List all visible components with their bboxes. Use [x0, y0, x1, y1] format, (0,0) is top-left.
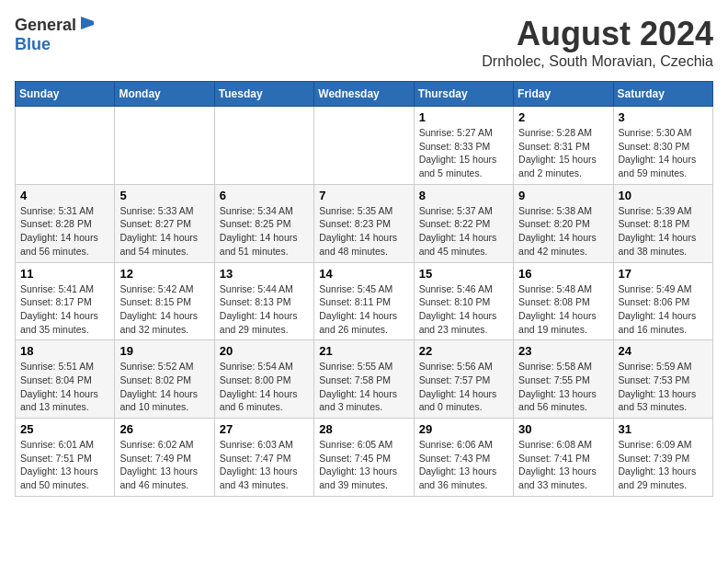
- weekday-header-monday: Monday: [115, 82, 214, 107]
- calendar-cell: 3Sunrise: 5:30 AM Sunset: 8:30 PM Daylig…: [613, 107, 712, 185]
- day-info: Sunrise: 5:54 AM Sunset: 8:00 PM Dayligh…: [220, 360, 309, 414]
- weekday-header-friday: Friday: [514, 82, 613, 107]
- day-number: 24: [619, 344, 708, 358]
- page-header: General Blue August 2024 Drnholec, South…: [15, 15, 713, 70]
- day-info: Sunrise: 5:52 AM Sunset: 8:02 PM Dayligh…: [119, 360, 209, 414]
- calendar-cell: 18Sunrise: 5:51 AM Sunset: 8:04 PM Dayli…: [16, 340, 115, 419]
- day-info: Sunrise: 5:45 AM Sunset: 8:11 PM Dayligh…: [319, 282, 408, 337]
- day-info: Sunrise: 5:56 AM Sunset: 7:57 PM Dayligh…: [419, 360, 508, 414]
- day-number: 20: [220, 344, 309, 358]
- weekday-header-saturday: Saturday: [613, 82, 712, 107]
- day-info: Sunrise: 5:28 AM Sunset: 8:31 PM Dayligh…: [518, 126, 608, 180]
- weekday-header-wednesday: Wednesday: [314, 82, 414, 107]
- day-number: 16: [518, 267, 608, 281]
- day-number: 8: [419, 189, 508, 202]
- calendar-cell: 2Sunrise: 5:28 AM Sunset: 8:31 PM Daylig…: [514, 107, 613, 185]
- day-info: Sunrise: 5:51 AM Sunset: 8:04 PM Dayligh…: [20, 360, 109, 414]
- calendar-cell: 17Sunrise: 5:49 AM Sunset: 8:06 PM Dayli…: [613, 262, 712, 340]
- day-number: 29: [419, 422, 508, 436]
- day-number: 14: [319, 267, 408, 281]
- title-block: August 2024 Drnholec, South Moravian, Cz…: [482, 15, 713, 70]
- day-number: 11: [20, 267, 109, 281]
- calendar-cell: 4Sunrise: 5:31 AM Sunset: 8:28 PM Daylig…: [16, 184, 115, 262]
- day-info: Sunrise: 5:59 AM Sunset: 7:53 PM Dayligh…: [619, 360, 708, 414]
- calendar-cell: 23Sunrise: 5:58 AM Sunset: 7:55 PM Dayli…: [514, 340, 613, 419]
- weekday-header-tuesday: Tuesday: [214, 82, 313, 107]
- calendar-cell: 10Sunrise: 5:39 AM Sunset: 8:18 PM Dayli…: [613, 184, 712, 262]
- day-info: Sunrise: 5:31 AM Sunset: 8:28 PM Dayligh…: [20, 204, 109, 259]
- day-number: 18: [20, 344, 109, 358]
- calendar-cell: 24Sunrise: 5:59 AM Sunset: 7:53 PM Dayli…: [613, 340, 712, 419]
- day-info: Sunrise: 5:33 AM Sunset: 8:27 PM Dayligh…: [119, 204, 209, 259]
- calendar-cell: 26Sunrise: 6:02 AM Sunset: 7:49 PM Dayli…: [115, 419, 214, 497]
- calendar-cell: 28Sunrise: 6:05 AM Sunset: 7:45 PM Dayli…: [314, 419, 414, 497]
- day-info: Sunrise: 6:01 AM Sunset: 7:51 PM Dayligh…: [20, 438, 109, 492]
- calendar-cell: 29Sunrise: 6:06 AM Sunset: 7:43 PM Dayli…: [414, 419, 513, 497]
- day-number: 4: [20, 189, 109, 202]
- day-number: 13: [220, 267, 309, 281]
- calendar-cell: [314, 107, 414, 185]
- day-number: 26: [119, 422, 209, 436]
- day-info: Sunrise: 6:05 AM Sunset: 7:45 PM Dayligh…: [319, 438, 408, 492]
- calendar-cell: 11Sunrise: 5:41 AM Sunset: 8:17 PM Dayli…: [16, 262, 115, 340]
- day-number: 19: [119, 344, 209, 358]
- calendar-cell: 9Sunrise: 5:38 AM Sunset: 8:20 PM Daylig…: [514, 184, 613, 262]
- day-number: 6: [220, 189, 309, 202]
- day-number: 30: [518, 422, 608, 436]
- calendar-cell: 15Sunrise: 5:46 AM Sunset: 8:10 PM Dayli…: [414, 262, 513, 340]
- calendar-cell: [115, 107, 214, 185]
- day-info: Sunrise: 5:35 AM Sunset: 8:23 PM Dayligh…: [319, 204, 408, 259]
- day-number: 2: [518, 110, 608, 124]
- weekday-header-thursday: Thursday: [414, 82, 513, 107]
- day-info: Sunrise: 6:02 AM Sunset: 7:49 PM Dayligh…: [119, 438, 209, 492]
- calendar-cell: 25Sunrise: 6:01 AM Sunset: 7:51 PM Dayli…: [16, 419, 115, 497]
- calendar-week-5: 25Sunrise: 6:01 AM Sunset: 7:51 PM Dayli…: [16, 419, 713, 497]
- calendar-cell: 13Sunrise: 5:44 AM Sunset: 8:13 PM Dayli…: [214, 262, 313, 340]
- calendar-cell: 21Sunrise: 5:55 AM Sunset: 7:58 PM Dayli…: [314, 340, 414, 419]
- page-subtitle: Drnholec, South Moravian, Czechia: [482, 53, 713, 70]
- day-info: Sunrise: 5:55 AM Sunset: 7:58 PM Dayligh…: [319, 360, 408, 414]
- weekday-header-row: SundayMondayTuesdayWednesdayThursdayFrid…: [16, 82, 713, 107]
- day-info: Sunrise: 5:41 AM Sunset: 8:17 PM Dayligh…: [20, 282, 109, 337]
- day-info: Sunrise: 5:38 AM Sunset: 8:20 PM Dayligh…: [518, 204, 608, 259]
- day-info: Sunrise: 5:49 AM Sunset: 8:06 PM Dayligh…: [619, 282, 708, 337]
- svg-marker-0: [81, 17, 94, 29]
- calendar-cell: 12Sunrise: 5:42 AM Sunset: 8:15 PM Dayli…: [115, 262, 214, 340]
- day-number: 9: [518, 189, 608, 202]
- day-number: 10: [619, 189, 708, 202]
- logo-general: General: [15, 16, 76, 35]
- day-number: 31: [619, 422, 708, 436]
- logo-icon: [79, 15, 96, 31]
- calendar-cell: 16Sunrise: 5:48 AM Sunset: 8:08 PM Dayli…: [514, 262, 613, 340]
- day-number: 21: [319, 344, 408, 358]
- calendar-week-4: 18Sunrise: 5:51 AM Sunset: 8:04 PM Dayli…: [16, 340, 713, 419]
- day-number: 25: [20, 422, 109, 436]
- calendar-cell: 6Sunrise: 5:34 AM Sunset: 8:25 PM Daylig…: [214, 184, 313, 262]
- logo: General Blue: [15, 15, 96, 54]
- calendar-cell: [16, 107, 115, 185]
- day-info: Sunrise: 5:46 AM Sunset: 8:10 PM Dayligh…: [419, 282, 508, 337]
- day-info: Sunrise: 6:03 AM Sunset: 7:47 PM Dayligh…: [220, 438, 309, 492]
- calendar-cell: 22Sunrise: 5:56 AM Sunset: 7:57 PM Dayli…: [414, 340, 513, 419]
- calendar-table: SundayMondayTuesdayWednesdayThursdayFrid…: [15, 81, 713, 497]
- day-info: Sunrise: 6:06 AM Sunset: 7:43 PM Dayligh…: [419, 438, 508, 492]
- calendar-week-1: 1Sunrise: 5:27 AM Sunset: 8:33 PM Daylig…: [16, 107, 713, 185]
- day-info: Sunrise: 5:48 AM Sunset: 8:08 PM Dayligh…: [518, 282, 608, 337]
- day-info: Sunrise: 5:58 AM Sunset: 7:55 PM Dayligh…: [518, 360, 608, 414]
- day-info: Sunrise: 5:39 AM Sunset: 8:18 PM Dayligh…: [619, 204, 708, 259]
- page-title: August 2024: [482, 15, 713, 53]
- calendar-cell: 5Sunrise: 5:33 AM Sunset: 8:27 PM Daylig…: [115, 184, 214, 262]
- day-info: Sunrise: 5:37 AM Sunset: 8:22 PM Dayligh…: [419, 204, 508, 259]
- calendar-cell: 30Sunrise: 6:08 AM Sunset: 7:41 PM Dayli…: [514, 419, 613, 497]
- day-info: Sunrise: 5:27 AM Sunset: 8:33 PM Dayligh…: [419, 126, 508, 180]
- day-number: 27: [220, 422, 309, 436]
- day-number: 28: [319, 422, 408, 436]
- day-info: Sunrise: 5:42 AM Sunset: 8:15 PM Dayligh…: [119, 282, 209, 337]
- calendar-cell: 14Sunrise: 5:45 AM Sunset: 8:11 PM Dayli…: [314, 262, 414, 340]
- day-info: Sunrise: 5:44 AM Sunset: 8:13 PM Dayligh…: [220, 282, 309, 337]
- day-info: Sunrise: 6:09 AM Sunset: 7:39 PM Dayligh…: [619, 438, 708, 492]
- day-number: 23: [518, 344, 608, 358]
- day-info: Sunrise: 5:34 AM Sunset: 8:25 PM Dayligh…: [220, 204, 309, 259]
- weekday-header-sunday: Sunday: [16, 82, 115, 107]
- day-number: 12: [119, 267, 209, 281]
